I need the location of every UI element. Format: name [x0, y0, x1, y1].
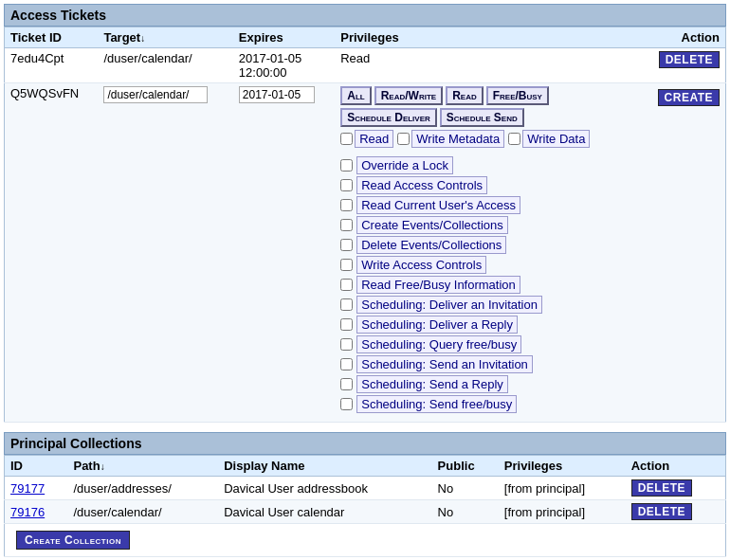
- priv-btn-schedule-deliver[interactable]: Schedule Deliver: [340, 108, 437, 127]
- collection-action-1: DELETE: [626, 477, 726, 500]
- delete-collection-2-button[interactable]: DELETE: [631, 503, 692, 520]
- expires-input[interactable]: [239, 86, 315, 103]
- access-tickets-title: Access Tickets: [10, 8, 106, 23]
- ticket-expires-cell-1: 2017-01-05 12:00:00: [233, 48, 335, 83]
- col-expires: Expires: [233, 27, 335, 48]
- col-action: Action: [639, 27, 725, 48]
- principal-collections-title: Principal Collections: [10, 436, 141, 451]
- ticket-privileges-cell-1: Read: [335, 48, 639, 83]
- checkbox-write-data[interactable]: [508, 133, 520, 145]
- checkbox-override-lock-label[interactable]: Override a Lock: [356, 156, 453, 174]
- cb-row-sched-send-freebusy: Scheduling: Send free/busy: [340, 395, 633, 413]
- collection-privileges-1: [from principal]: [499, 477, 626, 500]
- checkboxes-area: Override a Lock Read Access Controls Rea…: [340, 151, 633, 419]
- checkbox-delete-events-label[interactable]: Delete Events/Collections: [356, 236, 506, 254]
- col-public: Public: [432, 456, 499, 477]
- checkbox-sched-send-invitation-label[interactable]: Scheduling: Send an Invitation: [356, 355, 533, 373]
- checkbox-sched-query-freebusy[interactable]: [340, 338, 353, 351]
- checkbox-read-label[interactable]: Read: [355, 130, 393, 148]
- target-sort-icon[interactable]: [140, 30, 145, 45]
- checkbox-sched-query-freebusy-label[interactable]: Scheduling: Query free/busy: [356, 335, 521, 353]
- collection-action-2: DELETE: [626, 500, 726, 524]
- ticket-privileges-new: All Read/Write Read Free/Busy Schedule D…: [335, 83, 639, 423]
- collection-row-1: 79177 /duser/addresses/ Davical User add…: [5, 477, 726, 500]
- checkbox-read-current-user-access[interactable]: [340, 199, 353, 211]
- col-display-name: Display Name: [218, 456, 431, 477]
- access-tickets-table: Ticket ID Target Expires Privileges Acti…: [4, 27, 726, 423]
- priv-btn-schedule-send[interactable]: Schedule Send: [440, 108, 524, 127]
- privilege-buttons-row-2: Schedule Deliver Schedule Send: [340, 108, 633, 127]
- checkbox-read-current-user-access-label[interactable]: Read Current User's Access: [356, 196, 520, 214]
- cb-row-read-freebusy: Read Free/Busy Information: [340, 276, 633, 294]
- checkbox-read-access-controls[interactable]: [340, 179, 353, 191]
- checkbox-sched-deliver-reply-label[interactable]: Scheduling: Deliver a Reply: [356, 316, 518, 334]
- checkbox-sched-send-freebusy-label[interactable]: Scheduling: Send free/busy: [356, 395, 517, 413]
- collection-path-2: /duser/calendar/: [67, 500, 218, 524]
- checkbox-sched-send-reply[interactable]: [340, 378, 353, 390]
- cb-row-sched-deliver-reply: Scheduling: Deliver a Reply: [340, 316, 633, 334]
- checkbox-create-events-label[interactable]: Create Events/Collections: [356, 216, 508, 234]
- page-wrapper: Access Tickets Ticket ID Target Expires …: [0, 0, 730, 560]
- checkbox-read-freebusy[interactable]: [340, 279, 353, 291]
- col-privileges: Privileges: [499, 456, 626, 477]
- checkbox-sched-deliver-invitation-label[interactable]: Scheduling: Deliver an Invitation: [356, 296, 542, 314]
- ticket-action-cell-1: DELETE: [639, 48, 725, 83]
- priv-btn-readwrite[interactable]: Read/Write: [374, 86, 443, 105]
- ticket-target-new[interactable]: [98, 83, 232, 423]
- principal-collections-header: Principal Collections: [4, 432, 726, 455]
- cb-row-delete-events: Delete Events/Collections: [340, 236, 633, 254]
- checkbox-write-data-item: Write Data: [508, 130, 590, 148]
- collection-id-link-2[interactable]: 79176: [10, 505, 45, 519]
- checkbox-write-access-controls[interactable]: [340, 259, 353, 271]
- checkbox-create-events[interactable]: [340, 219, 353, 231]
- checkbox-read[interactable]: [340, 133, 353, 145]
- collection-row-2: 79176 /duser/calendar/ Davical User cale…: [5, 500, 726, 524]
- ticket-expires-new[interactable]: [233, 83, 335, 423]
- col-privileges: Privileges: [335, 27, 639, 48]
- delete-ticket-1-button[interactable]: DELETE: [659, 51, 720, 68]
- checkbox-write-metadata[interactable]: [397, 133, 410, 145]
- priv-btn-freebusy[interactable]: Free/Busy: [486, 86, 549, 105]
- checkbox-read-freebusy-label[interactable]: Read Free/Busy Information: [356, 276, 520, 294]
- checkbox-sched-deliver-reply[interactable]: [340, 318, 353, 331]
- cb-row-create-events: Create Events/Collections: [340, 216, 633, 234]
- ticket-target-cell-1: /duser/calendar/: [98, 48, 232, 83]
- cb-row-sched-deliver-invite: Scheduling: Deliver an Invitation: [340, 296, 633, 314]
- collection-public-2: No: [432, 500, 499, 524]
- access-tickets-section: Access Tickets Ticket ID Target Expires …: [4, 4, 726, 423]
- checkbox-sched-send-invitation[interactable]: [340, 358, 353, 370]
- cb-row-sched-send-reply: Scheduling: Send a Reply: [340, 375, 633, 393]
- col-id: ID: [5, 456, 68, 477]
- cb-row-sched-send-invite: Scheduling: Send an Invitation: [340, 355, 633, 373]
- ticket-row-new: Q5WQSvFN All Read/Write Read Free/Bus: [5, 83, 726, 423]
- checkbox-write-metadata-label[interactable]: Write Metadata: [411, 130, 504, 148]
- collection-displayname-2: Davical User calendar: [218, 500, 431, 524]
- create-collection-cell: Create Collection: [5, 524, 726, 557]
- checkbox-sched-deliver-invitation[interactable]: [340, 298, 353, 311]
- checkbox-override-lock[interactable]: [340, 159, 353, 172]
- ticket-row-1: 7edu4Cpt /duser/calendar/ 2017-01-05 12:…: [5, 48, 726, 83]
- path-sort-icon[interactable]: [100, 459, 105, 473]
- principal-collections-section: Principal Collections ID Path Display Na…: [4, 432, 726, 557]
- col-ticket-id: Ticket ID: [5, 27, 99, 48]
- col-path: Path: [67, 456, 218, 477]
- delete-collection-1-button[interactable]: DELETE: [631, 479, 692, 497]
- priv-btn-read[interactable]: Read: [446, 86, 484, 105]
- checkbox-sched-send-reply-label[interactable]: Scheduling: Send a Reply: [356, 375, 508, 393]
- checkbox-write-access-controls-label[interactable]: Write Access Controls: [356, 256, 486, 274]
- priv-btn-all[interactable]: All: [340, 86, 371, 105]
- col-target: Target: [98, 27, 232, 48]
- create-collection-button[interactable]: Create Collection: [16, 531, 130, 550]
- collection-id-1: 79177: [5, 477, 68, 500]
- access-tickets-header: Access Tickets: [4, 4, 726, 27]
- checkbox-sched-send-freebusy[interactable]: [340, 398, 353, 410]
- create-ticket-button[interactable]: CREATE: [658, 89, 720, 106]
- checkbox-read-access-controls-label[interactable]: Read Access Controls: [356, 176, 487, 194]
- target-input[interactable]: [103, 86, 208, 103]
- collection-id-link-1[interactable]: 79177: [10, 481, 45, 496]
- cb-row-sched-query-freebusy: Scheduling: Query free/busy: [340, 335, 633, 353]
- checkbox-write-data-label[interactable]: Write Data: [522, 130, 590, 148]
- checkbox-read-item: Read: [340, 130, 393, 148]
- ticket-action-new: CREATE: [639, 83, 725, 423]
- checkbox-delete-events[interactable]: [340, 239, 353, 251]
